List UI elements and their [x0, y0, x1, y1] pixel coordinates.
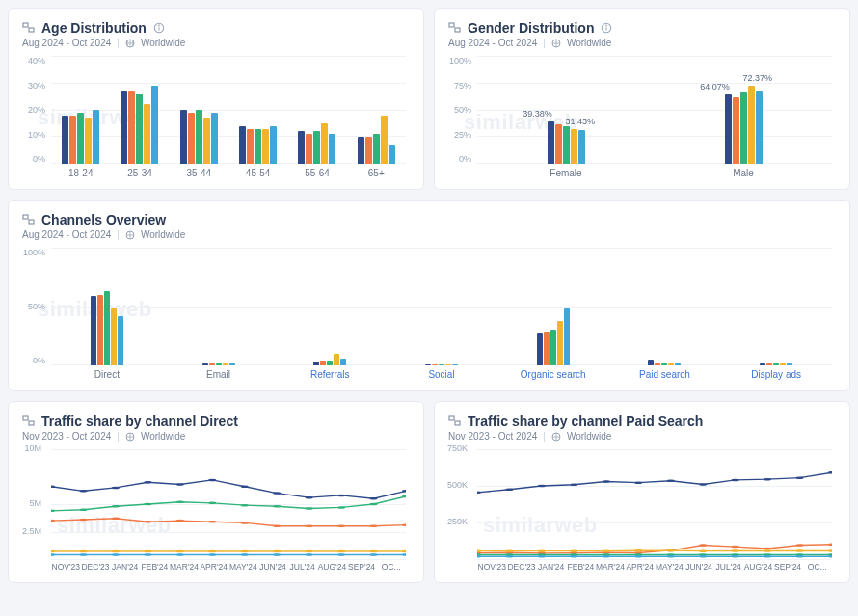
data-point[interactable] — [699, 544, 707, 547]
data-point[interactable] — [699, 549, 707, 552]
bar[interactable] — [537, 333, 543, 365]
data-point[interactable] — [337, 506, 345, 509]
data-point[interactable] — [176, 500, 184, 503]
data-point[interactable] — [273, 505, 281, 508]
data-point[interactable] — [337, 525, 345, 528]
data-point[interactable] — [795, 544, 803, 547]
bar[interactable] — [121, 91, 127, 164]
data-point[interactable] — [51, 550, 55, 553]
info-icon[interactable] — [600, 21, 613, 35]
data-point[interactable] — [51, 553, 55, 556]
line-series[interactable] — [51, 519, 406, 526]
data-point[interactable] — [337, 550, 345, 553]
data-point[interactable] — [208, 553, 216, 556]
data-point[interactable] — [570, 549, 577, 552]
data-point[interactable] — [732, 479, 739, 482]
data-point[interactable] — [369, 497, 377, 500]
data-point[interactable] — [144, 521, 151, 523]
data-point[interactable] — [273, 525, 281, 528]
bar[interactable] — [358, 137, 364, 164]
bar[interactable] — [381, 116, 388, 164]
bar[interactable] — [733, 97, 739, 164]
bar[interactable] — [748, 86, 755, 164]
data-point[interactable] — [176, 520, 184, 522]
data-point[interactable] — [241, 504, 249, 507]
bar[interactable] — [578, 130, 585, 164]
data-point[interactable] — [273, 553, 281, 556]
data-point[interactable] — [306, 550, 313, 553]
x-tick[interactable]: Display ads — [720, 365, 832, 383]
data-point[interactable] — [79, 553, 87, 556]
data-point[interactable] — [732, 549, 739, 552]
data-point[interactable] — [241, 553, 249, 556]
bar[interactable] — [298, 131, 305, 164]
data-point[interactable] — [208, 521, 216, 523]
x-tick[interactable]: Organic search — [497, 365, 609, 383]
bar[interactable] — [550, 330, 556, 365]
bar[interactable] — [104, 291, 110, 365]
bar[interactable] — [180, 110, 187, 164]
data-point[interactable] — [667, 555, 675, 558]
data-point[interactable] — [369, 525, 377, 528]
data-point[interactable] — [732, 546, 739, 549]
data-point[interactable] — [699, 483, 707, 486]
bar[interactable] — [203, 118, 210, 164]
data-point[interactable] — [505, 489, 513, 492]
data-point[interactable] — [477, 549, 481, 552]
data-point[interactable] — [112, 487, 120, 490]
data-point[interactable] — [764, 548, 771, 550]
bar[interactable] — [77, 113, 84, 164]
bar[interactable] — [270, 126, 277, 164]
data-point[interactable] — [634, 549, 642, 552]
data-point[interactable] — [176, 553, 184, 556]
data-point[interactable] — [795, 555, 803, 558]
bar[interactable] — [340, 359, 346, 365]
data-point[interactable] — [369, 503, 377, 506]
bar[interactable] — [196, 110, 202, 164]
data-point[interactable] — [603, 555, 610, 558]
data-point[interactable] — [112, 550, 120, 553]
data-point[interactable] — [273, 492, 281, 495]
x-tick[interactable]: Referrals — [274, 365, 386, 383]
data-point[interactable] — [667, 549, 675, 552]
data-point[interactable] — [667, 479, 675, 482]
bar[interactable] — [334, 354, 339, 365]
data-point[interactable] — [732, 555, 739, 558]
bar[interactable] — [262, 129, 269, 164]
bar[interactable] — [740, 92, 747, 164]
bar[interactable] — [247, 129, 254, 164]
data-point[interactable] — [538, 555, 546, 558]
bar[interactable] — [151, 86, 158, 164]
bar[interactable] — [389, 145, 395, 164]
data-point[interactable] — [112, 553, 120, 556]
bar[interactable] — [211, 113, 218, 164]
data-point[interactable] — [208, 550, 216, 553]
data-point[interactable] — [402, 553, 406, 556]
bar[interactable] — [93, 110, 99, 164]
data-point[interactable] — [306, 496, 313, 499]
bar[interactable] — [128, 91, 135, 164]
bar[interactable] — [91, 296, 96, 365]
data-point[interactable] — [369, 550, 377, 553]
bar[interactable] — [373, 134, 380, 164]
bar[interactable] — [97, 295, 103, 365]
data-point[interactable] — [176, 550, 184, 553]
data-point[interactable] — [634, 555, 642, 558]
bar[interactable] — [255, 129, 261, 164]
data-point[interactable] — [306, 553, 313, 556]
bar[interactable] — [85, 118, 92, 164]
data-point[interactable] — [570, 484, 577, 487]
data-point[interactable] — [79, 550, 87, 553]
bar[interactable] — [555, 124, 562, 164]
data-point[interactable] — [699, 555, 707, 558]
bar[interactable] — [571, 129, 577, 164]
bar[interactable] — [756, 91, 763, 164]
bar[interactable] — [313, 131, 320, 164]
data-point[interactable] — [337, 495, 345, 497]
bar[interactable] — [544, 332, 550, 365]
data-point[interactable] — [306, 525, 313, 528]
bar[interactable] — [557, 321, 563, 365]
bar[interactable] — [564, 308, 570, 365]
data-point[interactable] — [505, 555, 513, 558]
bar[interactable] — [62, 116, 68, 164]
